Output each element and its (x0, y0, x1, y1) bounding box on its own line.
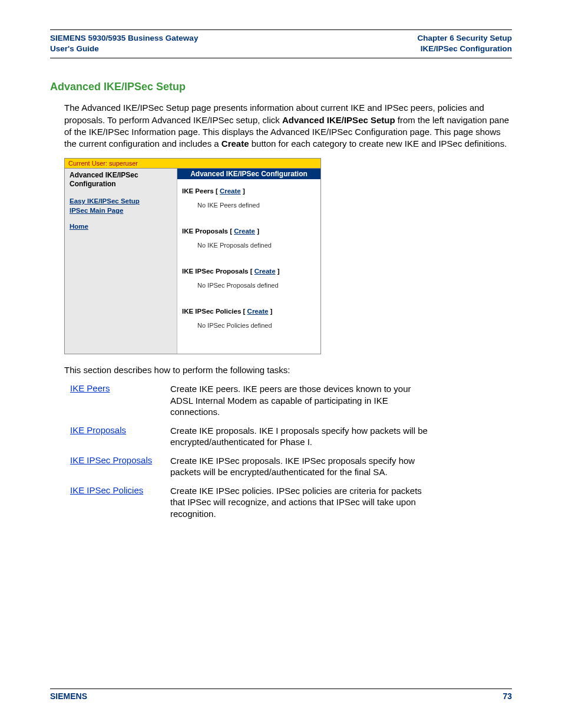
panel-content-title: Advanced IKE/IPSec Configuration (177, 169, 320, 179)
task-row-ipsec-policies: IKE IPSec Policies Create IKE IPSec poli… (70, 485, 512, 520)
footer-brand: SIEMENS (50, 691, 87, 701)
chapter-title: Chapter 6 Security Setup (417, 34, 512, 42)
sidebar-title-l2: Configuration (70, 180, 116, 188)
sidebar-link-easy-setup[interactable]: Easy IKE/IPSec Setup (70, 197, 172, 206)
header-right: Chapter 6 Security Setup IKE/IPSec Confi… (417, 33, 512, 54)
ipsec-policies-label-text: IKE IPSec Policies (182, 308, 241, 315)
section-ipsec-proposals: IKE IPSec Proposals [ Create ] No IPSec … (177, 262, 320, 299)
intro-bold-2: Create (222, 139, 249, 149)
section-heading: Advanced IKE/IPSec Setup (50, 81, 512, 93)
doc-subtitle: User's Guide (50, 44, 99, 53)
intro-bold-1: Advanced IKE/IPSec Setup (282, 115, 395, 125)
intro-paragraph: The Advanced IKE/IPSec Setup page presen… (64, 102, 512, 150)
config-panel: Current User: superuser Advanced IKE/IPS… (64, 158, 321, 354)
task-link-ike-peers[interactable]: IKE Peers (70, 383, 110, 393)
page-header: SIEMENS 5930/5935 Business Gateway User'… (50, 31, 512, 58)
sidebar-title-l1: Advanced IKE/IPSec (70, 171, 138, 179)
ipsec-policies-label: IKE IPSec Policies [ Create ] (182, 308, 272, 315)
ipsec-proposals-label: IKE IPSec Proposals [ Create ] (182, 268, 280, 275)
panel-content: Advanced IKE/IPSec Configuration IKE Pee… (177, 169, 320, 354)
ike-proposals-msg: No IKE Proposals defined (182, 236, 316, 259)
task-link-ike-proposals[interactable]: IKE Proposals (70, 425, 126, 435)
intro-text-3: button for each category to create new I… (249, 139, 507, 149)
header-left: SIEMENS 5930/5935 Business Gateway User'… (50, 33, 198, 54)
create-ike-peers-link[interactable]: Create (220, 187, 241, 195)
ike-proposals-label-text: IKE Proposals (182, 228, 228, 235)
doc-title: SIEMENS 5930/5935 Business Gateway (50, 34, 198, 42)
section-ipsec-policies: IKE IPSec Policies [ Create ] No IPSec P… (177, 302, 320, 340)
current-user-bar: Current User: superuser (65, 159, 320, 169)
task-link-ipsec-proposals[interactable]: IKE IPSec Proposals (70, 455, 152, 465)
sidebar-link-ipsec-main[interactable]: IPSec Main Page (70, 206, 172, 216)
tasks-table: IKE Peers Create IKE peers. IKE peers ar… (70, 383, 512, 519)
tasks-intro: This section describes how to perform th… (64, 365, 512, 375)
ike-proposals-label: IKE Proposals [ Create ] (182, 228, 259, 235)
section-ike-proposals: IKE Proposals [ Create ] No IKE Proposal… (177, 222, 320, 259)
sidebar-link-home[interactable]: Home (70, 222, 172, 232)
section-ike-peers: IKE Peers [ Create ] No IKE Peers define… (177, 182, 320, 219)
task-row-ike-proposals: IKE Proposals Create IKE proposals. IKE … (70, 425, 512, 448)
create-ipsec-proposals-link[interactable]: Create (254, 268, 276, 275)
page-number: 73 (503, 691, 512, 701)
ipsec-proposals-msg: No IPSec Proposals defined (182, 276, 316, 299)
page-footer: SIEMENS 73 (50, 689, 512, 701)
sidebar-title: Advanced IKE/IPSec Configuration (70, 171, 172, 189)
ike-peers-label: IKE Peers [ Create ] (182, 187, 245, 195)
chapter-subtitle: IKE/IPSec Configuration (421, 44, 512, 53)
task-desc-ike-peers: Create IKE peers. IKE peers are those de… (170, 383, 429, 418)
ipsec-policies-msg: No IPSec Policies defined (182, 316, 316, 340)
task-row-ike-peers: IKE Peers Create IKE peers. IKE peers ar… (70, 383, 512, 418)
task-desc-ipsec-policies: Create IKE IPSec policies. IPSec policie… (170, 485, 429, 520)
ike-peers-msg: No IKE Peers defined (182, 196, 316, 219)
task-desc-ike-proposals: Create IKE proposals. IKE I proposals sp… (170, 425, 429, 448)
task-link-ipsec-policies[interactable]: IKE IPSec Policies (70, 485, 143, 495)
task-row-ipsec-proposals: IKE IPSec Proposals Create IKE IPSec pro… (70, 455, 512, 478)
ike-peers-label-text: IKE Peers (182, 187, 214, 195)
ipsec-proposals-label-text: IKE IPSec Proposals (182, 268, 249, 275)
sidebar: Advanced IKE/IPSec Configuration Easy IK… (65, 169, 177, 354)
create-ike-proposals-link[interactable]: Create (234, 228, 255, 235)
task-desc-ipsec-proposals: Create IKE IPSec proposals. IKE IPSec pr… (170, 455, 429, 478)
create-ipsec-policies-link[interactable]: Create (247, 308, 269, 315)
